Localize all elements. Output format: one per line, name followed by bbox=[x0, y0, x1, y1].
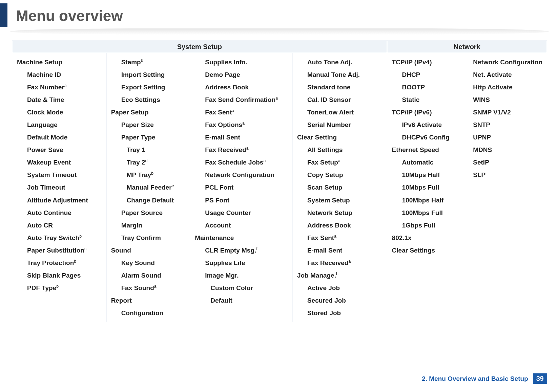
menu-item: Fax Numbera bbox=[16, 81, 103, 93]
menu-item: 100Mbps Half bbox=[391, 194, 465, 206]
footnote-marker: a bbox=[338, 158, 340, 163]
menu-item: Alarm Sound bbox=[110, 269, 187, 282]
menu-item: Copy Setup bbox=[296, 169, 384, 181]
menu-item: Static bbox=[391, 93, 465, 106]
menu-item: Paper Setup bbox=[110, 106, 187, 118]
menu-item: 100Mbps Full bbox=[391, 206, 465, 219]
menu-item: MDNS bbox=[472, 144, 543, 156]
menu-item: All Settings bbox=[296, 144, 384, 156]
menu-item: SNTP bbox=[472, 118, 543, 131]
menu-item: Change Default bbox=[110, 194, 187, 206]
header-network: Network bbox=[387, 41, 547, 53]
page-title: Menu overview bbox=[16, 7, 123, 27]
menu-item: Paper Substitutionc bbox=[16, 244, 103, 257]
menu-item: Fax Send Confirmationa bbox=[193, 93, 289, 106]
menu-item: Skip Blank Pages bbox=[16, 269, 103, 282]
menu-item: Key Sound bbox=[110, 257, 187, 269]
header-accent-bar bbox=[0, 3, 7, 27]
menu-item: Default bbox=[193, 294, 289, 307]
footnote-marker: a bbox=[263, 158, 266, 163]
menu-item: System Setup bbox=[296, 194, 384, 206]
menu-item: DHCPv6 Config bbox=[391, 131, 465, 144]
menu-column: Network ConfigurationNet. ActivateHttp A… bbox=[468, 53, 547, 322]
menu-item: Fax Schedule Jobsa bbox=[193, 156, 289, 169]
footnote-marker: b bbox=[141, 58, 143, 63]
menu-item: Paper Source bbox=[110, 206, 187, 219]
footnote-marker: d bbox=[145, 158, 148, 163]
menu-item: Standard tone bbox=[296, 81, 384, 93]
footnote-marker: a bbox=[154, 284, 157, 289]
menu-item: Import Setting bbox=[110, 68, 187, 81]
footnote-marker: a bbox=[275, 96, 278, 101]
menu-item: SetIP bbox=[472, 156, 543, 169]
menu-item: Active Job bbox=[296, 282, 384, 294]
menu-column: Machine SetupMachine IDFax NumberaDate &… bbox=[12, 53, 106, 322]
menu-item: IPv6 Activate bbox=[391, 118, 465, 131]
menu-item: Network Configuration bbox=[472, 56, 543, 68]
menu-item: Tray 1 bbox=[110, 144, 187, 156]
menu-item: Fax Senta bbox=[296, 232, 384, 244]
menu-item: Network Configuration bbox=[193, 169, 289, 181]
menu-item: Address Book bbox=[193, 81, 289, 93]
menu-table: System Setup Network Machine SetupMachin… bbox=[12, 41, 547, 322]
menu-item: Machine Setup bbox=[16, 56, 103, 68]
footnote-marker: a bbox=[232, 108, 234, 113]
menu-item: E-mail Sent bbox=[296, 244, 384, 257]
menu-item: E-mail Sent bbox=[193, 131, 289, 144]
menu-item: DHCP bbox=[391, 68, 465, 81]
menu-item: Altitude Adjustment bbox=[16, 194, 103, 206]
menu-column: TCP/IP (IPv4)DHCPBOOTPStaticTCP/IP (IPv6… bbox=[387, 53, 469, 322]
footnote-marker: a bbox=[334, 234, 336, 238]
footnote-marker: a bbox=[348, 259, 351, 263]
menu-item: Export Setting bbox=[110, 81, 187, 93]
footnote-marker: b bbox=[56, 284, 59, 289]
menu-item: Margin bbox=[110, 219, 187, 232]
menu-item: Supplies Info. bbox=[193, 56, 289, 68]
footnote-marker: b bbox=[151, 171, 153, 176]
table-header-row: System Setup Network bbox=[12, 41, 547, 53]
menu-item: Clear Setting bbox=[296, 131, 384, 144]
page-header: Menu overview bbox=[0, 0, 559, 27]
menu-item: 10Mbps Full bbox=[391, 181, 465, 194]
menu-item: Fax Receiveda bbox=[193, 144, 289, 156]
menu-item: Secured Job bbox=[296, 294, 384, 307]
menu-item: Fax Sounda bbox=[110, 282, 187, 294]
menu-item: TonerLow Alert bbox=[296, 106, 384, 118]
menu-item: Scan Setup bbox=[296, 181, 384, 194]
menu-item: Configuration bbox=[110, 307, 187, 319]
menu-item: Sound bbox=[110, 244, 187, 257]
menu-item: Wakeup Event bbox=[16, 156, 103, 169]
footnote-marker: a bbox=[64, 83, 67, 88]
menu-item: Manual Feedere bbox=[110, 181, 187, 194]
footnote-marker: b bbox=[74, 259, 76, 263]
page-footer: 2. Menu Overview and Basic Setup 39 bbox=[422, 373, 547, 384]
menu-item: Custom Color bbox=[193, 282, 289, 294]
menu-item: TCP/IP (IPv6) bbox=[391, 106, 465, 118]
menu-item: 1Gbps Full bbox=[391, 219, 465, 232]
menu-item: Date & Time bbox=[16, 93, 103, 106]
menu-item: SLP bbox=[472, 169, 543, 181]
footnote-marker: b bbox=[79, 234, 82, 238]
menu-item: Network Setup bbox=[296, 206, 384, 219]
menu-item: Machine ID bbox=[16, 68, 103, 81]
menu-item: Manual Tone Adj. bbox=[296, 68, 384, 81]
menu-item: Job Timeout bbox=[16, 181, 103, 194]
menu-item: Auto Tray Switchb bbox=[16, 232, 103, 244]
footnote-marker: f bbox=[256, 246, 257, 251]
menu-item: TCP/IP (IPv4) bbox=[391, 56, 465, 68]
menu-item: PDF Typeb bbox=[16, 282, 103, 294]
menu-item: 802.1x bbox=[391, 232, 465, 244]
menu-item: Eco Settings bbox=[110, 93, 187, 106]
menu-item: Power Save bbox=[16, 144, 103, 156]
menu-item: Fax Receiveda bbox=[296, 257, 384, 269]
menu-item: Maintenance bbox=[193, 232, 289, 244]
menu-item: Language bbox=[16, 118, 103, 131]
menu-item: Clock Mode bbox=[16, 106, 103, 118]
footnote-marker: a bbox=[242, 121, 245, 126]
menu-item: Address Book bbox=[296, 219, 384, 232]
menu-column: Auto Tone Adj.Manual Tone Adj.Standard t… bbox=[292, 53, 387, 322]
header-shadow bbox=[10, 28, 549, 35]
footnote-marker: c bbox=[84, 246, 86, 251]
menu-item: Tray 2d bbox=[110, 156, 187, 169]
menu-item: Tray Confirm bbox=[110, 232, 187, 244]
